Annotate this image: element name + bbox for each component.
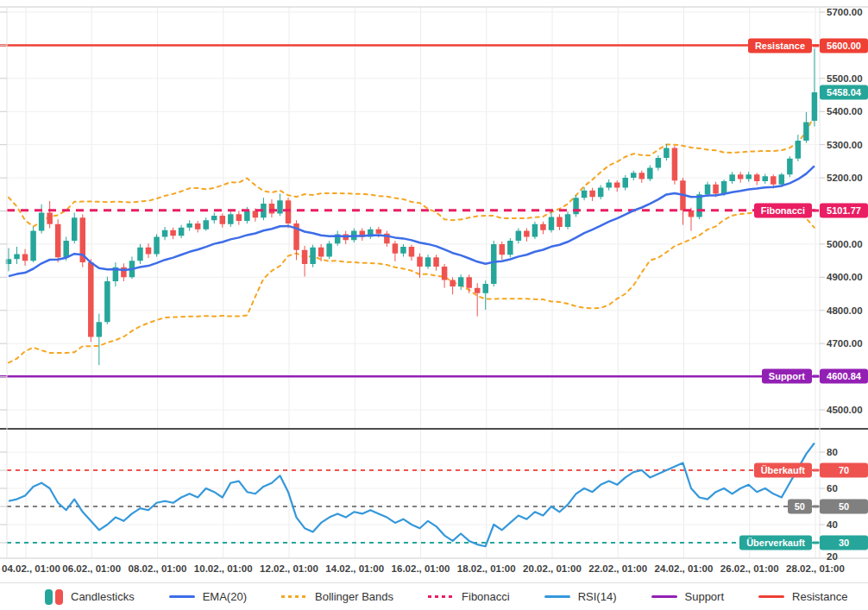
candlesticks-legend-icon — [45, 589, 63, 605]
rsi-axis-label: 20 — [827, 551, 838, 562]
axes — [0, 7, 868, 558]
legend-item-candlesticks[interactable]: Candlesticks — [45, 589, 135, 605]
midline-value-pill: 50 — [820, 500, 868, 514]
legend-label: Candlesticks — [71, 590, 135, 603]
price-axis-label: 5300.00 — [827, 140, 863, 150]
trading-chart: 5700.005600.005500.005400.005300.005200.… — [0, 0, 868, 610]
midline-axis-tick — [813, 506, 819, 508]
chart-canvas[interactable]: 5700.005600.005500.005400.005300.005200.… — [0, 0, 868, 610]
legend-item-fibonacci[interactable]: Fibonacci — [428, 590, 510, 603]
legend-item-resistance[interactable]: Resistance — [758, 590, 847, 603]
x-axis-label: 12.02., 01:00 — [260, 563, 318, 574]
legend-label: Bollinger Bands — [315, 590, 393, 603]
legend-label: RSI(14) — [578, 590, 617, 603]
oversold-label-pill: Überverkauft — [739, 536, 812, 550]
resistance-label-pill: Resistance — [748, 39, 812, 53]
fibonacci-legend-icon — [428, 595, 454, 598]
candlestick-series — [6, 48, 817, 365]
price-axis-label: 5400.00 — [827, 106, 863, 116]
legend-label: Fibonacci — [462, 590, 510, 603]
x-axis-label: 20.02., 01:00 — [523, 563, 582, 574]
midline-label-pill: 50 — [788, 500, 812, 514]
last-price-badge: 5458.04 — [820, 85, 868, 100]
overbought-label-pill: Überkauft — [754, 463, 812, 478]
support-value-pill: 4600.84 — [820, 369, 868, 384]
x-axis-label: 24.02., 01:00 — [655, 563, 714, 574]
x-axis-label: 14.02., 01:00 — [325, 563, 384, 574]
x-axis-label: 08.02., 01:00 — [129, 563, 187, 574]
price-axis-label: 4500.00 — [827, 405, 863, 415]
fibonacci-label-pill: Fibonacci — [754, 204, 812, 218]
oversold-axis-tick — [813, 542, 819, 544]
x-axis-label: 06.02., 01:00 — [62, 563, 121, 574]
rsi-pane — [7, 443, 820, 547]
fibonacci-axis-tick — [813, 210, 819, 212]
last-price-value-pill: 5458.04 — [820, 85, 868, 100]
legend-label: EMA(20) — [203, 590, 247, 603]
bollinger-legend-icon — [281, 595, 307, 598]
legend-item-support[interactable]: Support — [651, 590, 725, 603]
bollinger-bands — [9, 115, 815, 362]
rsi-axis-label: 60 — [827, 483, 838, 494]
rsi-oversold-badge: Überverkauft 30 — [739, 536, 868, 550]
fibonacci-level-badge: Fibonacci 5101.77 — [754, 204, 868, 218]
price-axis-label: 4800.00 — [827, 305, 863, 316]
price-axis-label: 5200.00 — [827, 173, 863, 183]
rsi-overbought-badge: Überkauft 70 — [754, 463, 868, 478]
support-level-badge: Support 4600.84 — [762, 369, 868, 384]
rsi-midline-badge: 50 50 — [788, 500, 868, 514]
legend-item-rsi[interactable]: RSI(14) — [544, 590, 617, 603]
overbought-axis-tick — [813, 469, 819, 472]
x-axis-label: 10.02., 01:00 — [194, 563, 253, 574]
x-axis-label: 16.02., 01:00 — [392, 563, 450, 574]
x-axis-labels: 04.02., 01:0006.02., 01:0008.02., 01:001… — [2, 563, 845, 574]
legend-item-ema[interactable]: EMA(20) — [169, 590, 247, 603]
x-axis-label: 26.02., 01:00 — [720, 563, 779, 574]
gridlines — [7, 7, 820, 558]
resistance-axis-tick — [813, 45, 819, 47]
resistance-level-badge: Resistance 5600.00 — [748, 39, 868, 53]
rsi-axis-label: 40 — [827, 519, 838, 530]
resistance-value-pill: 5600.00 — [820, 39, 868, 53]
support-label-pill: Support — [762, 369, 812, 384]
chart-legend: Candlesticks EMA(20) Bollinger Bands Fib… — [0, 582, 868, 610]
ema-legend-icon — [169, 595, 195, 598]
price-axis-label: 4900.00 — [827, 272, 863, 282]
overbought-value-pill: 70 — [820, 463, 868, 478]
support-legend-icon — [651, 595, 677, 598]
x-axis-label: 18.02., 01:00 — [457, 563, 516, 574]
price-axis-label: 4700.00 — [827, 338, 863, 349]
x-axis-label: 04.02., 01:00 — [2, 563, 60, 574]
rsi-axis-label: 80 — [827, 447, 838, 457]
legend-item-bollinger[interactable]: Bollinger Bands — [281, 590, 393, 603]
legend-label: Support — [685, 590, 725, 603]
support-axis-tick — [813, 375, 819, 378]
price-axis-label: 5500.00 — [827, 73, 863, 84]
x-axis-label: 22.02., 01:00 — [588, 563, 647, 574]
legend-label: Resistance — [792, 590, 847, 603]
rsi-legend-icon — [544, 595, 570, 598]
price-axis-label: 5700.00 — [827, 7, 863, 17]
oversold-value-pill: 30 — [820, 536, 868, 550]
price-axis-label: 5000.00 — [827, 239, 863, 249]
x-axis-label: 28.02., 01:00 — [786, 563, 845, 574]
resistance-legend-icon — [758, 595, 784, 598]
fibonacci-value-pill: 5101.77 — [820, 204, 868, 218]
